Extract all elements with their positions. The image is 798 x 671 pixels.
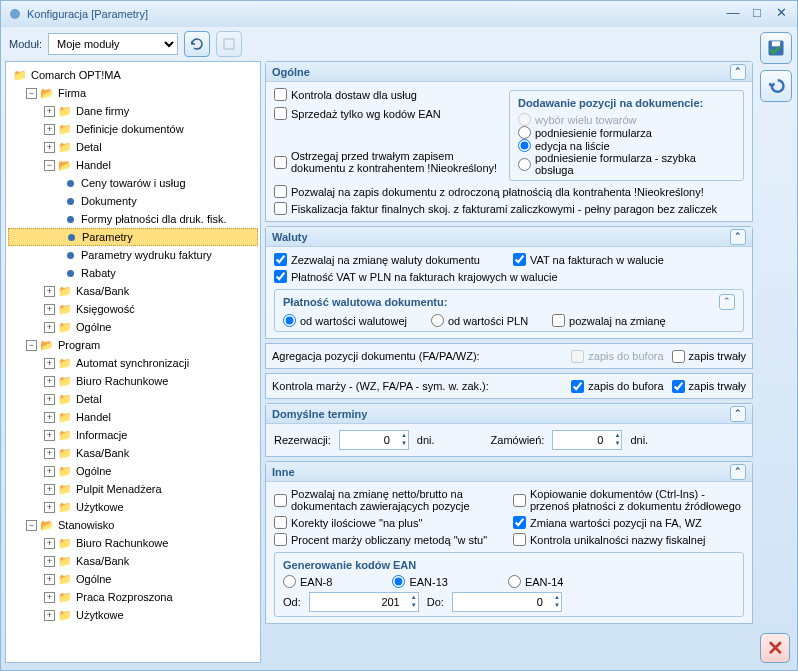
checkbox-korekty[interactable]: Korekty ilościowe "na plus" xyxy=(274,516,505,529)
titlebar: Konfiguracja [Parametry] — □ ✕ xyxy=(1,1,797,27)
label: Zamówień: xyxy=(491,434,545,446)
label: Agregacja pozycji dokumentu (FA/PA/WZ): xyxy=(272,350,480,362)
app-icon xyxy=(7,6,23,22)
tree-item[interactable]: +📁Informacje xyxy=(8,426,258,444)
tree-leaf[interactable]: Formy płatności dla druk. fisk. xyxy=(8,210,258,228)
tree-item[interactable]: +📁Pulpit Menadżera xyxy=(8,480,258,498)
tree-item[interactable]: +📁Kasa/Bank xyxy=(8,552,258,570)
nav-tree[interactable]: 📁Comarch OPT!MA −📂Firma +📁Dane firmy +📁D… xyxy=(5,61,261,663)
group-inne: Inne⌃ Pozwalaj na zmianę netto/brutto na… xyxy=(265,461,753,624)
tree-leaf-parametry[interactable]: Parametry xyxy=(8,228,258,246)
input-ean-do[interactable] xyxy=(452,592,562,612)
tree-item[interactable]: +📁Dane firmy xyxy=(8,102,258,120)
tree-leaf[interactable]: Ceny towarów i usług xyxy=(8,174,258,192)
expand-button[interactable] xyxy=(216,31,242,57)
group-terminy: Domyślne terminy⌃ Rezerwacji: dni. Zamów… xyxy=(265,403,753,457)
label: Rezerwacji: xyxy=(274,434,331,446)
label: Od: xyxy=(283,596,301,608)
svg-rect-1 xyxy=(224,39,234,49)
checkbox-sprzedaz-ean[interactable]: Sprzedaż tylko wg kodów EAN xyxy=(274,107,501,120)
close-button[interactable]: ✕ xyxy=(771,6,791,22)
input-zamowien[interactable] xyxy=(552,430,622,450)
refresh-button[interactable] xyxy=(184,31,210,57)
tree-stanowisko[interactable]: −📂Stanowisko xyxy=(8,516,258,534)
radio-podniesienie[interactable]: podniesienie formularza xyxy=(518,126,735,139)
group-title: Inne xyxy=(272,466,295,478)
radio-ean13[interactable]: EAN-13 xyxy=(392,575,448,588)
tree-firma[interactable]: −📂Firma xyxy=(8,84,258,102)
radio-ean8[interactable]: EAN-8 xyxy=(283,575,332,588)
checkbox-ostrzegaj[interactable]: Ostrzegaj przed trwałym zapisem dokument… xyxy=(274,150,501,174)
row-kontrola-marzy: Kontrola marży - (WZ, FA/PA - sym. w. za… xyxy=(265,373,753,399)
input-ean-od[interactable] xyxy=(309,592,419,612)
tree-item[interactable]: +📁Praca Rozproszona xyxy=(8,588,258,606)
tree-item[interactable]: +📁Ogólne xyxy=(8,318,258,336)
checkbox-bufor[interactable]: zapis do bufora xyxy=(571,380,663,393)
collapse-icon[interactable]: ⌃ xyxy=(730,464,746,480)
tree-item[interactable]: +📁Użytkowe xyxy=(8,606,258,624)
group-title: Ogólne xyxy=(272,66,310,78)
checkbox-unikalnosc[interactable]: Kontrola unikalności nazwy fiskalnej xyxy=(513,533,744,546)
collapse-icon[interactable]: ⌃ xyxy=(719,294,735,310)
tree-item[interactable]: +📁Ogólne xyxy=(8,570,258,588)
checkbox-pozwalaj-zapis[interactable]: Pozwalaj na zapis dokumentu z odroczoną … xyxy=(274,185,744,198)
tree-item[interactable]: +📁Biuro Rachunkowe xyxy=(8,534,258,552)
tree-item[interactable]: +📁Użytkowe xyxy=(8,498,258,516)
group-waluty: Waluty⌃ Zezwalaj na zmianę waluty dokume… xyxy=(265,226,753,339)
checkbox-zmiana-wartosci[interactable]: Zmiana wartości pozycji na FA, WZ xyxy=(513,516,744,529)
svg-point-0 xyxy=(10,9,20,19)
checkbox-zezwalaj-walute[interactable]: Zezwalaj na zmianę waluty dokumentu xyxy=(274,253,505,266)
svg-rect-3 xyxy=(772,41,780,46)
radio-od-pln[interactable]: od wartości PLN xyxy=(431,314,528,327)
cancel-button[interactable]: ✕ xyxy=(760,633,790,663)
maximize-button[interactable]: □ xyxy=(747,6,767,22)
collapse-icon[interactable]: ⌃ xyxy=(730,406,746,422)
collapse-icon[interactable]: ⌃ xyxy=(730,64,746,80)
subgroup-title: Płatność walutowa dokumentu: xyxy=(283,296,447,308)
undo-button[interactable] xyxy=(760,70,792,102)
minimize-button[interactable]: — xyxy=(723,6,743,22)
tree-item[interactable]: +📁Detal xyxy=(8,138,258,156)
tree-item[interactable]: +📁Kasa/Bank xyxy=(8,282,258,300)
tree-item[interactable]: +📁Definicje dokumentów xyxy=(8,120,258,138)
tree-program[interactable]: −📂Program xyxy=(8,336,258,354)
checkbox-trwaly[interactable]: zapis trwały xyxy=(672,380,746,393)
subgroup-title: Generowanie kodów EAN xyxy=(283,557,735,575)
tree-item[interactable]: +📁Ogólne xyxy=(8,462,258,480)
label: dni. xyxy=(630,434,648,446)
label: dni. xyxy=(417,434,435,446)
tree-leaf[interactable]: Rabaty xyxy=(8,264,258,282)
checkbox-fiskalizacja[interactable]: Fiskalizacja faktur finalnych skoj. z fa… xyxy=(274,202,744,215)
tree-item[interactable]: +📁Handel xyxy=(8,408,258,426)
tree-item[interactable]: +📁Automat synchronizacji xyxy=(8,354,258,372)
input-rezerwacji[interactable] xyxy=(339,430,409,450)
group-title: Waluty xyxy=(272,231,308,243)
radio-szybka[interactable]: podniesienie formularza - szybka obsługa xyxy=(518,152,735,176)
checkbox-kontrola-dostaw[interactable]: Kontrola dostaw dla usług xyxy=(274,88,501,101)
tree-item[interactable]: +📁Biuro Rachunkowe xyxy=(8,372,258,390)
tree-item[interactable]: +📁Detal xyxy=(8,390,258,408)
checkbox-kopiowanie[interactable]: Kopiowanie dokumentów (Ctrl-Ins) - przen… xyxy=(513,488,744,512)
checkbox-platnosc-vat[interactable]: Płatność VAT w PLN na fakturach krajowyc… xyxy=(274,270,744,283)
toolbar: Moduł: Moje moduły xyxy=(1,27,797,61)
checkbox-trwaly[interactable]: zapis trwały xyxy=(672,350,746,363)
save-button[interactable] xyxy=(760,32,792,64)
radio-wybor: wybór wielu towarów xyxy=(518,113,735,126)
tree-leaf[interactable]: Dokumenty xyxy=(8,192,258,210)
radio-ean14[interactable]: EAN-14 xyxy=(508,575,564,588)
tree-leaf[interactable]: Parametry wydruku faktury xyxy=(8,246,258,264)
tree-handel[interactable]: −📂Handel xyxy=(8,156,258,174)
radio-od-walutowej[interactable]: od wartości walutowej xyxy=(283,314,407,327)
checkbox-procent-marzy[interactable]: Procent marży obliczany metodą "w stu" xyxy=(274,533,505,546)
tree-item[interactable]: +📁Kasa/Bank xyxy=(8,444,258,462)
tree-item[interactable]: +📁Księgowość xyxy=(8,300,258,318)
group-ogolne: Ogólne⌃ Kontrola dostaw dla usług Sprzed… xyxy=(265,61,753,222)
checkbox-netto-brutto[interactable]: Pozwalaj na zmianę netto/brutto na dokum… xyxy=(274,488,505,512)
module-select[interactable]: Moje moduły xyxy=(48,33,178,55)
module-label: Moduł: xyxy=(9,38,42,50)
tree-root[interactable]: 📁Comarch OPT!MA xyxy=(8,66,258,84)
collapse-icon[interactable]: ⌃ xyxy=(730,229,746,245)
checkbox-vat-faktury[interactable]: VAT na fakturach w walucie xyxy=(513,253,744,266)
radio-edycja[interactable]: edycja na liście xyxy=(518,139,735,152)
checkbox-pozwalaj-zmiane[interactable]: pozwalaj na zmianę xyxy=(552,314,666,327)
